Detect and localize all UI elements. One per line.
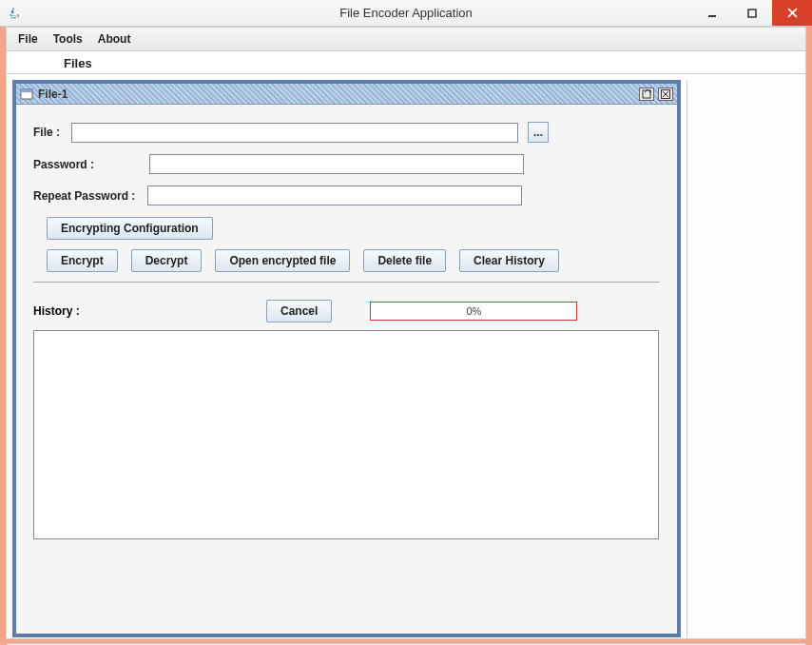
repeat-password-label: Repeat Password : [33, 189, 147, 203]
right-panel [686, 80, 800, 637]
menu-about[interactable]: About [90, 29, 139, 49]
clear-history-button[interactable]: Clear History [459, 249, 559, 272]
document-icon [20, 88, 33, 100]
file-input[interactable] [71, 123, 518, 143]
form-body: File : ... Password : Repeat Password : [16, 105, 677, 549]
internal-close-icon[interactable] [658, 88, 673, 101]
svg-rect-4 [643, 90, 650, 98]
inner-window: File Tools About Files File-1 [6, 27, 806, 639]
workspace: File-1 File : [7, 74, 805, 643]
internal-controls [639, 88, 673, 101]
divider [33, 282, 660, 283]
svg-rect-0 [708, 15, 716, 17]
tabbar: Files [7, 51, 805, 74]
minimize-button[interactable] [692, 0, 732, 26]
repeat-password-input[interactable] [147, 186, 522, 205]
cancel-button[interactable]: Cancel [266, 300, 332, 322]
encrypting-config-button[interactable]: Encrypting Configuration [47, 217, 213, 240]
tab-files[interactable]: Files [54, 53, 102, 73]
decrypt-button[interactable]: Decrypt [131, 249, 203, 272]
java-icon [8, 6, 23, 21]
svg-rect-3 [21, 89, 32, 92]
application-window: File Encoder Application File Tools Abou… [0, 0, 812, 645]
encrypt-button[interactable]: Encrypt [47, 249, 118, 272]
internal-frame: File-1 File : [12, 80, 681, 637]
internal-maximize-icon[interactable] [639, 88, 654, 101]
content-frame: File Tools About Files File-1 [0, 27, 812, 645]
menu-file[interactable]: File [10, 29, 46, 49]
delete-file-button[interactable]: Delete file [363, 249, 446, 272]
file-label: File : [33, 126, 71, 139]
menu-tools[interactable]: Tools [46, 29, 90, 49]
window-title: File Encoder Application [339, 6, 472, 20]
internal-title: File-1 [38, 88, 68, 101]
password-label: Password : [33, 158, 109, 171]
history-textarea[interactable] [33, 330, 659, 539]
open-encrypted-button[interactable]: Open encrypted file [215, 249, 350, 272]
titlebar[interactable]: File Encoder Application [0, 0, 812, 27]
history-label: History : [33, 304, 223, 318]
svg-rect-1 [748, 10, 756, 17]
browse-button[interactable]: ... [528, 122, 549, 143]
window-controls [692, 0, 812, 26]
menubar: File Tools About [7, 28, 805, 51]
maximize-button[interactable] [732, 0, 772, 26]
close-button[interactable] [772, 0, 812, 26]
progress-bar: 0% [370, 302, 577, 321]
internal-titlebar[interactable]: File-1 [16, 84, 677, 105]
password-input[interactable] [149, 154, 524, 174]
